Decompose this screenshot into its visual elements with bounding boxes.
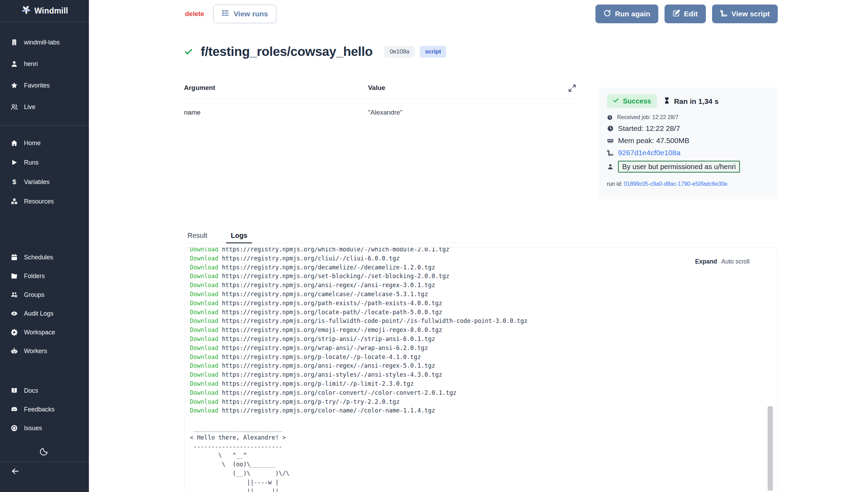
run-again-button[interactable]: Run again — [595, 5, 658, 23]
status-label: Success — [623, 97, 651, 105]
view-runs-label: View runs — [234, 10, 268, 18]
maximize-icon[interactable] — [568, 84, 576, 92]
sidebar-item-issues[interactable]: Issues — [0, 419, 89, 437]
log-output[interactable]: Download https://registry.npmjs.org/whic… — [184, 247, 777, 492]
view-script-button[interactable]: View script — [712, 5, 778, 23]
sidebar-item-henri[interactable]: henri — [0, 53, 89, 75]
sidebar-item-windmill-labs[interactable]: windmill-labs — [0, 32, 89, 53]
sidebar-item-label: Schedules — [24, 254, 53, 261]
play-icon — [10, 159, 18, 166]
result-logs-tabs: Result Logs — [184, 228, 778, 243]
logs-scrollbar-thumb[interactable] — [768, 406, 773, 491]
received-job-label: Received job: 12:22 28/7 — [617, 114, 678, 120]
view-runs-button[interactable]: View runs — [213, 5, 276, 23]
sidebar-item-audit-logs[interactable]: Audit Logs — [0, 304, 89, 323]
sidebar-item-runs[interactable]: Runs — [0, 153, 89, 172]
tab-logs[interactable]: Logs — [226, 228, 252, 243]
action-buttons: Run again Edit View script — [595, 5, 778, 23]
dollar-icon: $ — [10, 178, 18, 186]
sidebar-item-groups[interactable]: Groups — [0, 285, 89, 304]
theme-row — [0, 447, 89, 458]
boxes-icon — [10, 198, 18, 205]
sidebar-item-schedules[interactable]: Schedules — [0, 248, 89, 267]
sidebar-item-workers[interactable]: Workers — [0, 342, 89, 360]
pencil-icon — [673, 9, 680, 19]
job-hash-link[interactable]: 9267d1e4cf0e108a — [618, 149, 681, 157]
sidebar-item-label: Runs — [24, 159, 39, 166]
run-id-link[interactable]: 01899c05-c9a0-d8ac-1790-e50fadc6e30e — [624, 181, 727, 187]
tab-result[interactable]: Result — [184, 228, 212, 243]
expand-logs-button[interactable]: Expand — [695, 258, 717, 265]
logs-controls: Expand Auto scroll — [692, 258, 750, 265]
argument-value: "Alexandre" — [368, 109, 576, 116]
star-icon — [10, 82, 18, 89]
calendar-icon — [10, 253, 18, 261]
brand-name: Windmill — [34, 6, 68, 16]
value-column-header: Value — [368, 84, 568, 92]
table-row: name "Alexandre" — [184, 99, 576, 116]
eye-icon — [10, 310, 18, 317]
edit-label: Edit — [684, 10, 698, 18]
collapse-sidebar-arrow-left-icon[interactable] — [10, 466, 21, 477]
sidebar-item-label: Feedbacks — [24, 406, 55, 413]
arguments-table: Argument Value name "Alexandre" — [184, 84, 576, 116]
sidebar-item-variables[interactable]: $Variables — [0, 172, 89, 192]
run-details-card: Success Ran in 1,34 s Received job: 12:2… — [599, 87, 778, 199]
discord-icon — [10, 406, 18, 413]
title-row: f/testing_roles/cowsay_hello 0e108a scri… — [184, 44, 778, 59]
run-again-label: Run again — [615, 10, 650, 18]
edit-button[interactable]: Edit — [665, 5, 706, 23]
sidebar-item-label: Docs — [24, 387, 38, 394]
sidebar-section-workspace: windmill-labshenriFavoritesLive — [0, 32, 89, 118]
sidebar-item-label: Issues — [24, 425, 42, 432]
gear-icon — [10, 328, 18, 336]
sidebar-item-label: windmill-labs — [24, 39, 60, 46]
sidebar-divider — [0, 22, 89, 22]
started-label: Started: 12:22 28/7 — [618, 124, 680, 133]
app-logo[interactable]: Windmill — [0, 0, 89, 22]
sidebar: Windmill windmill-labshenriFavoritesLive… — [0, 0, 89, 492]
sidebar-item-folders[interactable]: Folders — [0, 267, 89, 285]
sidebar-item-label: Live — [24, 103, 35, 111]
delete-button[interactable]: delete — [185, 10, 204, 18]
sidebar-item-feedbacks[interactable]: Feedbacks — [0, 400, 89, 419]
run-id-label: run id: — [607, 181, 624, 187]
permission-box: By user but permissioned as u/henri — [618, 161, 740, 173]
sidebar-item-label: Workers — [24, 348, 47, 355]
sidebar-item-resources[interactable]: Resources — [0, 192, 89, 211]
sidebar-item-favorites[interactable]: Favorites — [0, 75, 89, 96]
sidebar-item-label: Groups — [24, 291, 44, 299]
home-icon — [10, 139, 18, 147]
received-job-row: Received job: 12:22 28/7 — [607, 114, 769, 120]
sidebar-item-docs[interactable]: Docs — [0, 381, 89, 400]
collapse-row — [0, 466, 89, 477]
run-duration-label: Ran in 1,34 s — [674, 97, 718, 106]
script-hash-badge: 0e108a — [384, 46, 415, 58]
windmill-logo-icon — [21, 5, 31, 17]
success-check-icon — [184, 47, 193, 56]
page-title: f/testing_roles/cowsay_hello — [201, 44, 373, 59]
user-icon — [10, 60, 18, 68]
sidebar-item-label: Workspace — [24, 329, 55, 336]
status-badge: Success — [607, 94, 657, 108]
sidebar-item-workspace[interactable]: Workspace — [0, 323, 89, 342]
mem-peak-label: Mem peak: 47.500MB — [618, 136, 689, 145]
sidebar-item-live[interactable]: Live — [0, 96, 89, 118]
dark-mode-toggle-moon-icon[interactable] — [39, 447, 50, 458]
scroll-icon — [607, 149, 614, 156]
sidebar-item-label: Home — [24, 140, 41, 147]
robot-icon — [10, 347, 18, 355]
sidebar-divider — [0, 125, 89, 126]
view-script-label: View script — [732, 10, 770, 18]
scroll-icon — [720, 9, 728, 19]
memory-icon — [607, 137, 614, 144]
arguments-table-header: Argument Value — [184, 84, 576, 99]
sidebar-item-label: Resources — [24, 198, 54, 205]
toolbar: delete View runs Run again Edit View scr… — [184, 4, 778, 24]
building-icon — [10, 39, 18, 46]
user-icon — [607, 163, 614, 170]
auto-scroll-toggle[interactable]: Auto scroll — [721, 258, 750, 265]
check-icon — [613, 97, 619, 105]
sidebar-item-home[interactable]: Home — [0, 133, 89, 153]
users-icon — [10, 103, 18, 111]
